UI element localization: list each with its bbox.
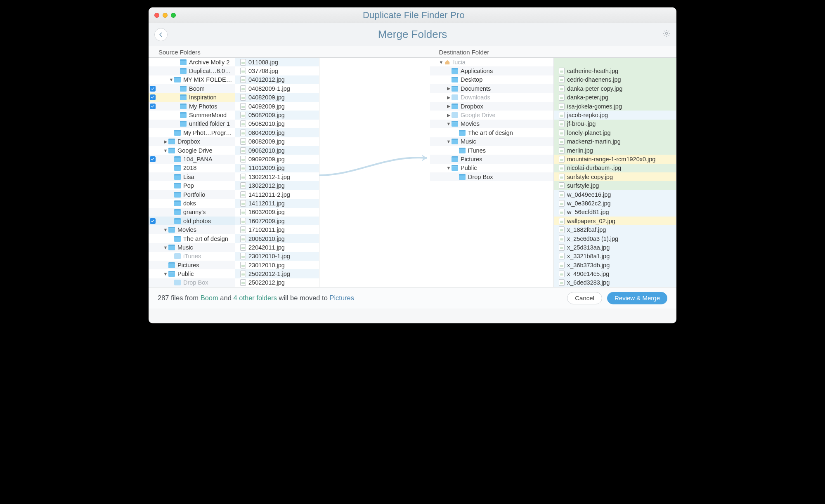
file-row[interactable]: w_56ecfd81.jpg xyxy=(554,208,676,217)
chevron-right-icon[interactable]: ▶ xyxy=(446,104,452,109)
tree-row[interactable]: iTunes xyxy=(430,146,553,155)
file-row[interactable]: 04092009.jpg xyxy=(235,102,319,111)
destination-file-list[interactable]: catherine-heath.jpgcedric-dhaenens.jpgda… xyxy=(554,58,676,287)
settings-button[interactable] xyxy=(662,29,671,40)
tree-row[interactable]: ▶Dropbox xyxy=(430,102,553,111)
file-row[interactable]: x_3321b8a1.jpg xyxy=(554,252,676,261)
file-row[interactable]: 14112011-2.jpg xyxy=(235,190,319,199)
tree-row[interactable]: Pictures xyxy=(430,155,553,163)
file-row[interactable]: x_25d313aa.jpg xyxy=(554,243,676,252)
file-row[interactable]: nicolai-durbaum-.jpg xyxy=(554,164,676,172)
tree-row[interactable]: ▼Music xyxy=(430,137,553,146)
file-row[interactable]: danka-peter.jpg xyxy=(554,93,676,102)
file-row[interactable]: 04082009.jpg xyxy=(235,93,319,102)
tree-row[interactable]: ▼Public xyxy=(149,269,235,278)
tree-row[interactable]: 2018 xyxy=(149,164,235,172)
file-row[interactable]: 11012009.jpg xyxy=(235,164,319,172)
file-row[interactable]: isa-jokela-gomes.jpg xyxy=(554,102,676,111)
file-row[interactable]: 011008.jpg xyxy=(235,58,319,66)
tree-row[interactable]: Duplicat…6.0b222 xyxy=(149,66,235,75)
file-row[interactable]: danka-peter copy.jpg xyxy=(554,84,676,93)
tree-row[interactable]: untitled folder 1 xyxy=(149,120,235,128)
file-row[interactable]: 14112011.jpg xyxy=(235,199,319,207)
file-row[interactable]: 13022012.jpg xyxy=(235,181,319,190)
tree-row[interactable]: Applications xyxy=(430,66,553,75)
tree-row[interactable]: 104_PANA xyxy=(149,155,235,163)
tree-row[interactable]: ▼Public xyxy=(430,164,553,172)
file-row[interactable]: 05082010.jpg xyxy=(235,120,319,128)
checkbox-icon[interactable] xyxy=(150,156,156,162)
tree-row[interactable]: ▼Google Drive xyxy=(149,146,235,155)
tree-row[interactable]: Drop Box xyxy=(149,278,235,287)
tree-row[interactable]: Pictures xyxy=(149,261,235,269)
file-row[interactable]: 09062010.jpg xyxy=(235,146,319,155)
destination-tree[interactable]: ▼luciaApplicationsDesktop▶Documents▶Down… xyxy=(430,58,554,287)
tree-row[interactable]: Inspiration xyxy=(149,93,235,102)
file-row[interactable]: jacob-repko.jpg xyxy=(554,111,676,119)
file-row[interactable]: x_6ded3283.jpg xyxy=(554,278,676,287)
tree-row[interactable]: granny's xyxy=(149,208,235,217)
tree-row[interactable]: My Phot…Program xyxy=(149,128,235,137)
file-row[interactable]: x_1882fcaf.jpg xyxy=(554,225,676,234)
file-row[interactable]: jf-brou-.jpg xyxy=(554,120,676,128)
tree-row[interactable]: The art of design xyxy=(430,128,553,137)
cancel-button[interactable]: Cancel xyxy=(567,292,602,304)
chevron-down-icon[interactable]: ▼ xyxy=(438,60,444,65)
file-row[interactable]: 08082009.jpg xyxy=(235,137,319,146)
tree-row[interactable]: old photos xyxy=(149,217,235,225)
chevron-down-icon[interactable]: ▼ xyxy=(163,148,168,153)
file-row[interactable]: 13022012-1.jpg xyxy=(235,172,319,181)
tree-row[interactable]: My Photos xyxy=(149,102,235,111)
tree-row[interactable]: ▶Google Drive xyxy=(430,111,553,119)
tree-row[interactable]: ▶Downloads xyxy=(430,93,553,102)
tree-row[interactable]: Lisa xyxy=(149,172,235,181)
file-row[interactable]: x_490e14c5.jpg xyxy=(554,269,676,278)
chevron-down-icon[interactable]: ▼ xyxy=(446,121,452,126)
tree-row[interactable]: ▶Dropbox xyxy=(149,137,235,146)
tree-row[interactable]: iTunes xyxy=(149,252,235,261)
tree-row[interactable]: ▼Movies xyxy=(430,120,553,128)
file-row[interactable]: 25022012-1.jpg xyxy=(235,269,319,278)
tree-row[interactable]: ▶Documents xyxy=(430,84,553,93)
file-row[interactable]: merlin.jpg xyxy=(554,146,676,155)
checkbox-icon[interactable] xyxy=(150,94,156,100)
chevron-down-icon[interactable]: ▼ xyxy=(163,227,168,232)
chevron-down-icon[interactable]: ▼ xyxy=(168,77,174,82)
file-row[interactable]: 16032009.jpg xyxy=(235,208,319,217)
tree-row[interactable]: doks xyxy=(149,199,235,207)
tree-row[interactable]: ▼MY MIX FOLDERS xyxy=(149,75,235,84)
file-row[interactable]: 05082009.jpg xyxy=(235,111,319,119)
tree-row[interactable]: Drop Box xyxy=(430,172,553,181)
file-row[interactable]: wallpapers_02.jpg xyxy=(554,217,676,225)
checkbox-icon[interactable] xyxy=(150,104,156,109)
file-row[interactable]: 17102011.jpg xyxy=(235,225,319,234)
source-tree[interactable]: Archive Molly 2Duplicat…6.0b222▼MY MIX F… xyxy=(149,58,235,287)
file-row[interactable]: 04082009-1.jpg xyxy=(235,84,319,93)
chevron-down-icon[interactable]: ▼ xyxy=(446,165,452,170)
file-row[interactable]: surfstyle copy.jpg xyxy=(554,172,676,181)
file-row[interactable]: x_25c6d0a3 (1).jpg xyxy=(554,234,676,243)
review-merge-button[interactable]: Review & Merge xyxy=(607,292,667,304)
tree-row[interactable]: ▼Movies xyxy=(149,225,235,234)
file-row[interactable]: surfstyle.jpg xyxy=(554,181,676,190)
back-button[interactable] xyxy=(154,28,168,41)
file-row[interactable]: 04012012.jpg xyxy=(235,75,319,84)
checkbox-icon[interactable] xyxy=(150,86,156,92)
tree-row[interactable]: SummerMood xyxy=(149,111,235,119)
tree-row[interactable]: Boom xyxy=(149,84,235,93)
other-folders[interactable]: 4 other folders xyxy=(233,294,277,301)
chevron-right-icon[interactable]: ▶ xyxy=(446,113,452,118)
file-row[interactable]: w_0d49ee16.jpg xyxy=(554,190,676,199)
chevron-down-icon[interactable]: ▼ xyxy=(163,245,168,250)
chevron-right-icon[interactable]: ▶ xyxy=(163,139,168,144)
chevron-down-icon[interactable]: ▼ xyxy=(446,139,452,144)
file-row[interactable]: 16072009.jpg xyxy=(235,217,319,225)
file-row[interactable]: mountain-range-1-rcm1920x0.jpg xyxy=(554,155,676,163)
file-row[interactable]: 037708.jpg xyxy=(235,66,319,75)
file-row[interactable]: 20062010.jpg xyxy=(235,234,319,243)
source-file-list[interactable]: 011008.jpg037708.jpg04012012.jpg04082009… xyxy=(235,58,319,287)
tree-row[interactable]: Portfolio xyxy=(149,190,235,199)
chevron-right-icon[interactable]: ▶ xyxy=(446,95,452,100)
file-row[interactable]: 23012010.jpg xyxy=(235,261,319,269)
tree-row[interactable]: The art of design xyxy=(149,234,235,243)
